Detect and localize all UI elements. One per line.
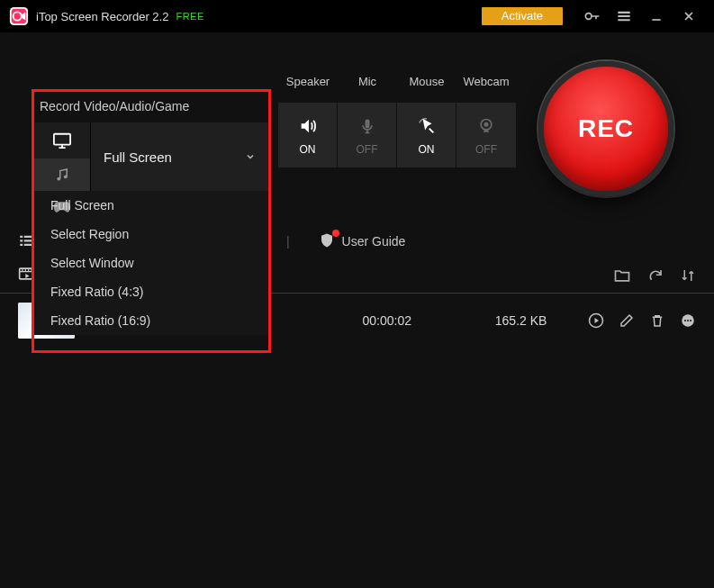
file-actions	[588, 312, 696, 329]
toggle-speaker-state: ON	[300, 143, 316, 156]
free-badge: FREE	[176, 11, 203, 22]
play-button[interactable]	[588, 312, 604, 329]
mode-row: Full Screen	[34, 122, 268, 191]
shield-icon	[319, 232, 335, 251]
svg-rect-20	[54, 134, 70, 145]
file-duration: 00:00:02	[320, 313, 454, 328]
toggle-mic-state: OFF	[357, 143, 378, 156]
record-button[interactable]: REC	[538, 61, 673, 196]
chevron-down-icon	[245, 149, 256, 165]
refresh-button[interactable]	[647, 267, 664, 284]
speaker-icon	[298, 114, 318, 138]
close-icon[interactable]	[678, 5, 700, 27]
record-mode-panel: Record Video/Audio/Game Full Screen Full…	[32, 89, 271, 353]
svg-point-17	[684, 320, 686, 321]
svg-point-3	[585, 14, 592, 20]
svg-point-18	[687, 320, 689, 321]
mode-tab-audio[interactable]	[34, 158, 90, 191]
dropdown-option[interactable]: Select Window	[34, 249, 268, 277]
toggle-mic-label: Mic	[338, 68, 397, 94]
toggle-mouse-label: Mouse	[397, 68, 456, 94]
toggle-speaker[interactable]: Speaker ON	[278, 68, 338, 167]
delete-button[interactable]	[649, 312, 665, 329]
toggle-webcam-label: Webcam	[456, 68, 516, 94]
toggle-mouse[interactable]: Mouse ON	[397, 68, 456, 167]
capture-mode-select[interactable]: Full Screen	[91, 122, 268, 191]
user-guide-link[interactable]: User Guide	[319, 232, 406, 251]
music-note-icon	[52, 166, 72, 184]
record-mode-heading: Record Video/Audio/Game	[34, 92, 268, 122]
dropdown-option[interactable]: Fixed Ratio (4:3)	[34, 277, 268, 306]
edit-button[interactable]	[619, 312, 635, 329]
toggle-mouse-state: ON	[419, 143, 435, 156]
title-bar: iTop Screen Recorder 2.2 FREE Activate	[0, 0, 714, 32]
toggle-webcam[interactable]: Webcam OFF	[456, 68, 516, 167]
mic-icon	[358, 114, 376, 138]
notification-dot-icon	[332, 230, 339, 237]
svg-point-21	[57, 177, 60, 181]
svg-rect-7	[20, 235, 23, 237]
svg-rect-11	[20, 243, 23, 245]
open-folder-button[interactable]	[613, 267, 631, 285]
dropdown-option[interactable]: Fixed Ratio (16:9)	[34, 306, 268, 335]
app-body: Speaker ON Mic OFF Mouse ON	[0, 32, 714, 588]
toggle-webcam-state: OFF	[475, 143, 497, 156]
app-logo-icon	[9, 6, 29, 26]
key-icon[interactable]	[581, 5, 602, 27]
file-size: 165.2 KB	[454, 313, 588, 328]
toggle-speaker-label: Speaker	[278, 68, 338, 94]
record-button-wrap: REC	[516, 61, 696, 196]
svg-point-22	[64, 175, 68, 178]
toggle-mic[interactable]: Mic OFF	[338, 68, 397, 167]
menu-icon[interactable]	[613, 5, 635, 27]
sort-button[interactable]	[680, 267, 696, 284]
svg-point-6	[484, 122, 489, 127]
svg-rect-4	[365, 120, 369, 129]
activate-button[interactable]: Activate	[482, 7, 563, 25]
mode-tab-screen[interactable]	[34, 122, 90, 158]
mouse-click-icon	[417, 114, 437, 138]
webcam-icon	[477, 114, 495, 138]
dropdown-option[interactable]: Select Region	[34, 220, 268, 249]
capture-mode-value: Full Screen	[104, 149, 172, 165]
user-guide-label: User Guide	[342, 234, 406, 249]
mode-tabs	[34, 122, 91, 191]
svg-rect-9	[20, 240, 23, 241]
monitor-icon	[52, 131, 72, 149]
toggle-group: Speaker ON Mic OFF Mouse ON	[278, 68, 516, 167]
app-title: iTop Screen Recorder 2.2	[36, 10, 168, 23]
svg-point-19	[690, 320, 691, 321]
minimize-icon[interactable]	[646, 5, 667, 27]
more-button[interactable]	[680, 312, 696, 329]
divider: |	[286, 234, 290, 249]
